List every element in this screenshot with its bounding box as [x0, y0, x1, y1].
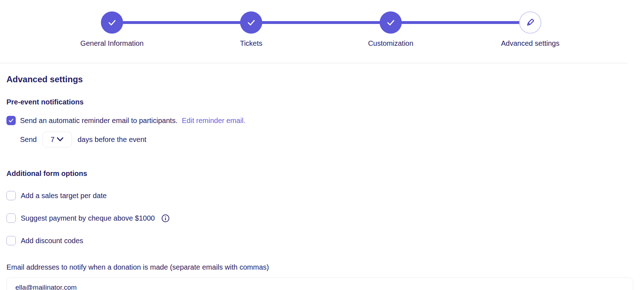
send-days-row: Send 7 days before the event: [20, 132, 634, 147]
donation-emails-label: Email addresses to notify when a donatio…: [6, 263, 634, 271]
check-icon: [246, 17, 257, 28]
additional-form-options-heading: Additional form options: [6, 169, 634, 178]
step-circle-completed: [380, 11, 402, 34]
check-icon: [385, 17, 396, 28]
discount-codes-label: Add discount codes: [21, 237, 83, 245]
sales-target-label: Add a sales target per date: [21, 192, 107, 200]
step-customization[interactable]: Customization: [337, 11, 444, 48]
chevron-down-icon: [57, 137, 64, 142]
step-general-information[interactable]: General Information: [58, 11, 166, 48]
donation-emails-input[interactable]: [6, 277, 633, 290]
sales-target-row: Add a sales target per date: [6, 191, 634, 200]
step-circle-current: [519, 11, 541, 34]
cheque-payment-label: Suggest payment by cheque above $1000: [21, 214, 155, 222]
discount-codes-checkbox[interactable]: [6, 236, 16, 245]
days-before-value: 7: [50, 136, 54, 144]
pre-event-notifications-heading: Pre-event notifications: [6, 98, 634, 106]
cheque-payment-row: Suggest payment by cheque above $1000: [6, 213, 634, 223]
edit-reminder-email-link[interactable]: Edit reminder email.: [182, 117, 245, 125]
step-tickets[interactable]: Tickets: [197, 11, 305, 48]
reminder-email-checkbox[interactable]: [6, 116, 16, 125]
send-label: Send: [20, 136, 37, 144]
discount-codes-row: Add discount codes: [6, 236, 634, 245]
step-label: General Information: [80, 39, 144, 48]
reminder-email-label: Send an automatic reminder email to part…: [20, 117, 177, 125]
wizard-stepper: General Information Tickets Customizatio…: [0, 0, 644, 63]
step-label: Tickets: [240, 39, 263, 48]
check-icon: [8, 117, 14, 124]
sales-target-checkbox[interactable]: [6, 191, 16, 200]
step-circle-completed: [101, 11, 123, 34]
advanced-settings-panel: Advanced settings Pre-event notification…: [0, 74, 644, 290]
info-icon[interactable]: [161, 214, 170, 222]
section-divider: [0, 63, 628, 63]
cheque-payment-checkbox[interactable]: [6, 213, 16, 223]
step-circle-completed: [240, 11, 262, 34]
reminder-email-row: Send an automatic reminder email to part…: [6, 116, 634, 125]
page-title: Advanced settings: [6, 74, 634, 84]
days-before-label: days before the event: [78, 136, 146, 144]
step-label: Customization: [368, 39, 414, 48]
step-advanced-settings[interactable]: Advanced settings: [477, 11, 584, 48]
step-label: Advanced settings: [501, 39, 559, 48]
check-icon: [107, 17, 117, 28]
pencil-icon: [525, 18, 535, 28]
stepper-connector-line: [112, 21, 530, 24]
days-before-select[interactable]: 7: [43, 132, 72, 147]
